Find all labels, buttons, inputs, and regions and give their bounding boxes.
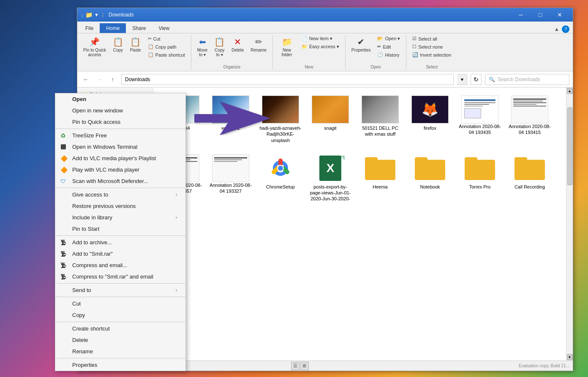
edit-button[interactable]: ✏ Edit (375, 43, 403, 50)
ctx-rename[interactable]: Rename (55, 346, 185, 357)
new-folder-icon: 📁 (282, 37, 292, 47)
file-item-website1[interactable]: website1 (207, 92, 254, 147)
paste-icon: 📋 (130, 37, 141, 47)
ribbon-collapse-icon[interactable]: ▲ (554, 26, 559, 32)
file-item-firefox[interactable]: 🦊 firefox (407, 92, 453, 147)
file-name-hadi: hadi-yazdi-aznaveh-RadjIh30rKE-unsplash (259, 125, 302, 143)
file-item-hadi[interactable]: hadi-yazdi-aznaveh-RadjIh30rKE-unsplash (257, 92, 304, 147)
history-button[interactable]: 🕐 History (375, 51, 403, 58)
minimize-button[interactable]: ─ (511, 8, 531, 22)
open-button[interactable]: 📂 Open ▾ (375, 35, 403, 42)
ribbon-group-new: 📁 New folder 📄 New item ▾ 📁 Easy access … (273, 35, 346, 69)
file-item-call-recording[interactable]: Call Recording (506, 150, 553, 206)
copy-icon: 📋 (113, 37, 123, 47)
ctx-create-shortcut[interactable]: Create shortcut (55, 323, 185, 334)
forward-button[interactable]: → (94, 74, 104, 85)
cut-button[interactable]: ✂ Cut (145, 35, 188, 42)
nav-back-icon[interactable]: ↓ (81, 11, 84, 18)
up-button[interactable]: ↑ (108, 74, 118, 85)
ctx-give-access[interactable]: Give access to › (55, 189, 185, 200)
properties-button[interactable]: ✔ Properties (349, 35, 373, 54)
address-dropdown-button[interactable]: ▾ (457, 74, 467, 85)
easy-access-button[interactable]: 📁 Easy access ▾ (299, 43, 342, 50)
tab-home[interactable]: Home (100, 23, 126, 33)
back-button[interactable]: ← (81, 74, 91, 85)
tab-share[interactable]: Share (126, 23, 152, 33)
ctx-vlc-playlist[interactable]: 🔶 Add to VLC media player's Playlist (55, 153, 185, 164)
ctx-pin-quick-access[interactable]: Pin to Quick access (55, 116, 185, 128)
delete-button[interactable]: ✕ Delete (229, 35, 246, 54)
ctx-pin-start[interactable]: Pin to Start (55, 223, 185, 235)
ctx-vlc-play[interactable]: 🔶 Play with VLC media player (55, 164, 185, 175)
pin-quick-access-button[interactable]: 📌 Pin to Quick access (81, 35, 109, 59)
compress-email-icon: 🗜 (60, 262, 66, 269)
ctx-properties[interactable]: Properties (55, 359, 185, 371)
ctx-add-archive[interactable]: 🗜 Add to archive... (55, 237, 185, 248)
ctx-defender[interactable]: 🛡 Scan with Microsoft Defender... (55, 175, 185, 187)
rename-button[interactable]: ✏ Rename (248, 35, 269, 54)
ribbon-group-open: ✔ Properties 📂 Open ▾ ✏ Edit 🕐 History (346, 35, 407, 69)
ctx-open-new-window[interactable]: Open in new window (55, 105, 185, 116)
select-none-button[interactable]: ☐ Select none (410, 43, 454, 50)
ctx-cut[interactable]: Cut (55, 298, 185, 309)
file-item-ann4[interactable]: Annotation 2020-08-04 193327 (207, 150, 254, 206)
ctx-compress-smit-email[interactable]: 🗜 Compress to "Smit.rar" and email (55, 271, 185, 282)
select-all-button[interactable]: ☑ Select all (410, 35, 454, 42)
file-item-heema[interactable]: Heema (357, 150, 403, 206)
ctx-restore-versions[interactable]: Restore previous versions (55, 200, 185, 212)
file-thumb-chrome (262, 154, 299, 182)
scroll-track (567, 94, 573, 354)
scroll-down-button[interactable]: ▼ (567, 354, 573, 360)
ctx-delete[interactable]: Delete (55, 334, 185, 346)
file-item-ann1[interactable]: Annotation 2020-08-04 193435 (457, 92, 503, 147)
scroll-thumb[interactable] (567, 107, 572, 185)
invert-selection-button[interactable]: 🔄 Invert selection (410, 51, 454, 58)
tab-file[interactable]: File (79, 23, 100, 33)
send-to-arrow: › (176, 288, 177, 292)
paste-button[interactable]: 📋 Paste (128, 35, 144, 54)
ctx-include-library[interactable]: Include in library › (55, 212, 185, 223)
new-item-icon: 📄 (302, 36, 308, 41)
ctx-send-to[interactable]: Send to › (55, 284, 185, 296)
scissors-icon: ✂ (148, 36, 152, 41)
ctx-sep-1 (55, 128, 185, 129)
new-item-button[interactable]: 📄 New item ▾ (299, 35, 342, 42)
paste-shortcut-icon: 📋 (148, 52, 154, 57)
refresh-button[interactable]: ↻ (471, 74, 482, 85)
copy-path-button[interactable]: 📋 Copy path (145, 43, 188, 50)
ctx-add-smit[interactable]: 🗜 Add to "Smit.rar" (55, 248, 185, 260)
ctx-open[interactable]: Open (55, 93, 185, 105)
new-folder-button[interactable]: 📁 New folder (276, 35, 297, 59)
ctx-windows-terminal[interactable]: ⬛ Open in Windows Terminal (55, 141, 185, 153)
maximize-button[interactable]: □ (531, 8, 550, 22)
help-icon[interactable]: ? (562, 25, 569, 33)
scroll-up-button[interactable]: ▲ (567, 88, 573, 94)
ribbon-toggle-icon[interactable]: ▼ (94, 12, 99, 17)
list-view-button[interactable]: ☰ (291, 362, 299, 370)
context-menu[interactable]: Open Open in new window Pin to Quick acc… (55, 93, 186, 371)
chrome-icon (270, 157, 291, 179)
new-items: 📁 New folder 📄 New item ▾ 📁 Easy access … (276, 35, 342, 64)
copy-button[interactable]: 📋 Copy (110, 35, 126, 54)
close-button[interactable]: ✕ (550, 8, 569, 22)
ctx-treesize[interactable]: ♻ TreeSize Free (55, 130, 185, 141)
file-item-chrome[interactable]: ChromeSetup (257, 150, 304, 206)
search-box[interactable]: 🔍 Search Downloads (485, 74, 569, 85)
address-path[interactable]: Downloads (121, 74, 454, 85)
paste-shortcut-button[interactable]: 📋 Paste shortcut (145, 51, 188, 58)
file-item-ann2[interactable]: Annotation 2020-08-04 193415 (506, 92, 553, 147)
file-item-torrex[interactable]: Torrex Pro (457, 150, 503, 206)
move-to-button[interactable]: ⬅ Move to ▾ (195, 35, 210, 59)
grid-view-button[interactable]: ⊞ (300, 362, 309, 370)
file-thumb-dell (362, 96, 399, 123)
ctx-compress-email[interactable]: 🗜 Compress and email... (55, 260, 185, 271)
file-item-dell[interactable]: 501521 DELL PC with xmas stuff (357, 92, 403, 147)
tab-view[interactable]: View (152, 23, 176, 33)
scrollbar[interactable]: ▲ ▼ (566, 87, 573, 361)
file-item-snagit[interactable]: snagit (307, 92, 354, 147)
history-icon: 🕐 (377, 52, 383, 57)
ctx-copy[interactable]: Copy (55, 309, 185, 321)
file-item-notebook[interactable]: Notebook (407, 150, 453, 206)
copy-to-button[interactable]: 📋 Copy to ▾ (212, 35, 227, 59)
file-item-excel[interactable]: X posts-export-by-page-views-Jun-01-2020… (307, 150, 354, 206)
